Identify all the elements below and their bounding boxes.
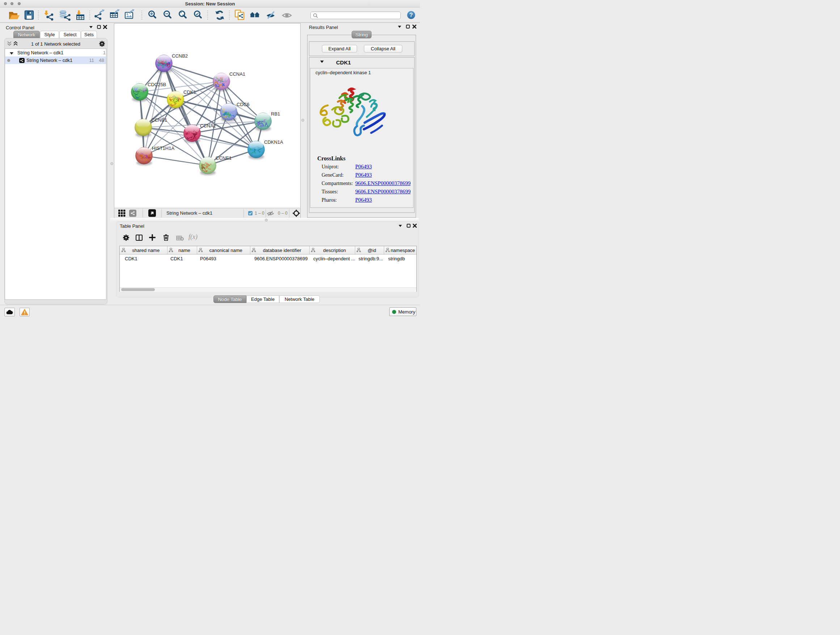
svg-text:CCNA1: CCNA1 (229, 71, 245, 77)
svg-text:CCNE1: CCNE1 (216, 155, 232, 161)
svg-text:CCNB2: CCNB2 (172, 53, 188, 59)
svg-text:RB1: RB1 (271, 111, 280, 117)
svg-text:CCNB1: CCNB1 (151, 117, 167, 123)
svg-text:CDK1: CDK1 (183, 89, 196, 95)
svg-text:CDC25B: CDC25B (148, 82, 166, 87)
svg-text:CDKN1A: CDKN1A (264, 139, 283, 145)
svg-text:CCNA2: CCNA2 (200, 123, 216, 128)
svg-text:HIST1H1A: HIST1H1A (152, 146, 174, 151)
svg-text:CDC6: CDC6 (237, 102, 249, 107)
svg-text:?: ? (409, 12, 413, 18)
